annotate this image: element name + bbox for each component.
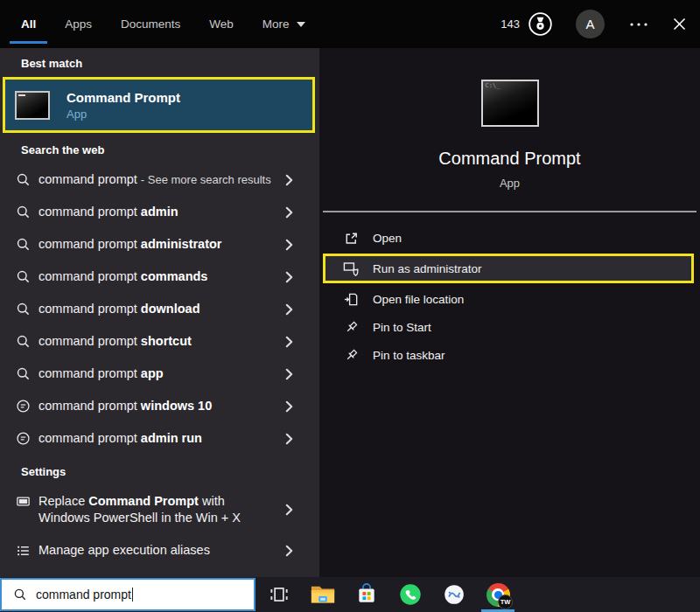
- suggestion-segment: administrator: [141, 237, 222, 251]
- suggestion-text: command prompt app: [38, 365, 164, 382]
- text-cursor: [132, 588, 133, 602]
- rewards-medal-icon[interactable]: [528, 11, 553, 37]
- suggestion-text: Replace Command Prompt with Windows Powe…: [38, 493, 279, 526]
- suggestion-segment: commands: [141, 269, 208, 283]
- topbar-actions: 143 A: [500, 10, 700, 38]
- display-icon: [16, 494, 31, 509]
- search-icon: [16, 237, 31, 252]
- file-explorer-icon[interactable]: [310, 577, 336, 612]
- chevron-right-icon[interactable]: [285, 400, 293, 413]
- search-suggestion-row[interactable]: command prompt app: [0, 358, 319, 390]
- action-run-as-administrator[interactable]: Run as administrator: [323, 254, 694, 283]
- suggestion-segment: admin run: [141, 431, 202, 445]
- suggestion-segment: app: [141, 366, 164, 380]
- search-filter-bar: AllAppsDocumentsWebMore 143 A: [0, 0, 700, 48]
- action-pin-to-start[interactable]: Pin to Start: [319, 313, 700, 341]
- action-open[interactable]: Open: [319, 224, 700, 252]
- tab-web[interactable]: Web: [209, 0, 234, 48]
- chrome-badge: TW: [498, 595, 513, 609]
- search-suggestion-row[interactable]: command prompt windows 10: [0, 390, 319, 422]
- suggestion-segment: Replace: [38, 494, 88, 508]
- shield-icon: [342, 260, 360, 277]
- search-suggestion-row[interactable]: command prompt shortcut: [0, 325, 319, 358]
- best-match-result[interactable]: Command Prompt App: [3, 77, 315, 133]
- suggestion-segment: command prompt: [38, 431, 141, 445]
- search-web-header: Search the web: [21, 143, 319, 156]
- suggestion-segment: command prompt: [38, 334, 141, 348]
- taskbar-search-box[interactable]: command prompt: [0, 578, 256, 611]
- suggestion-text: command prompt shortcut: [38, 333, 192, 350]
- search-suggestion-row[interactable]: command prompt download: [0, 293, 319, 325]
- taskbar: command prompt TW: [0, 577, 700, 612]
- suggestion-segment: windows 10: [141, 399, 212, 413]
- suggestion-text: command prompt commands: [38, 268, 207, 285]
- task-view-icon[interactable]: [266, 577, 292, 612]
- command-prompt-icon: [15, 91, 50, 120]
- search-icon: [16, 334, 31, 349]
- file-location-icon: [342, 290, 360, 308]
- suggestion-segment: command prompt: [38, 205, 141, 219]
- chevron-right-icon[interactable]: [285, 238, 293, 251]
- chevron-right-icon[interactable]: [285, 205, 293, 219]
- whatsapp-icon[interactable]: [397, 577, 424, 612]
- chat-icon: [16, 399, 31, 414]
- chevron-right-icon[interactable]: [285, 504, 293, 517]
- suggestion-segment: command prompt: [38, 302, 141, 316]
- command-prompt-glyph: C:\_: [486, 82, 500, 89]
- action-pin-to-taskbar[interactable]: Pin to taskbar: [319, 341, 700, 369]
- pin-icon: [342, 318, 360, 336]
- preview-subtitle: App: [500, 177, 520, 190]
- microsoft-store-icon[interactable]: [354, 577, 380, 612]
- chevron-right-icon[interactable]: [285, 544, 293, 557]
- close-icon[interactable]: [673, 17, 686, 31]
- best-match-title: Command Prompt: [66, 90, 180, 105]
- search-suggestion-row[interactable]: command prompt administrator: [0, 228, 319, 261]
- suggestion-segment: Command Prompt: [88, 494, 199, 508]
- best-match-subtitle: App: [66, 108, 180, 121]
- chevron-right-icon[interactable]: [285, 270, 293, 283]
- tab-apps[interactable]: Apps: [65, 0, 92, 48]
- best-match-text: Command Prompt App: [66, 90, 180, 121]
- tab-documents[interactable]: Documents: [121, 0, 180, 48]
- chevron-right-icon[interactable]: [285, 432, 293, 445]
- chat-icon: [16, 431, 31, 446]
- search-input[interactable]: command prompt: [36, 588, 131, 602]
- rewards-points: 143: [500, 17, 520, 31]
- settings-header: Settings: [21, 465, 319, 478]
- action-label: Open file location: [373, 293, 464, 306]
- action-label: Pin to taskbar: [373, 349, 445, 362]
- suggestion-text: command prompt admin run: [38, 430, 202, 447]
- chevron-right-icon[interactable]: [285, 367, 293, 380]
- search-results-panel: Best match Command Prompt App Search the…: [0, 48, 319, 577]
- options-menu-icon[interactable]: [629, 22, 648, 27]
- chevron-down-icon: [297, 22, 305, 27]
- tab-label: Documents: [121, 17, 180, 31]
- action-label: Pin to Start: [373, 321, 431, 334]
- wave-app-icon[interactable]: [441, 577, 467, 612]
- action-open-file-location[interactable]: Open file location: [319, 285, 700, 313]
- search-suggestion-row[interactable]: command prompt admin run: [0, 422, 319, 455]
- suggestion-segment: command prompt: [38, 237, 141, 251]
- search-suggestion-row[interactable]: command prompt admin: [0, 196, 319, 228]
- tab-all[interactable]: All: [21, 0, 36, 48]
- chrome-icon[interactable]: TW: [485, 577, 511, 612]
- chevron-right-icon[interactable]: [285, 173, 293, 186]
- settings-result-row[interactable]: Manage app execution aliases: [0, 534, 319, 567]
- settings-result-row[interactable]: Replace Command Prompt with Windows Powe…: [0, 485, 319, 534]
- tab-label: Apps: [65, 17, 92, 31]
- suggestion-text: command prompt windows 10: [38, 398, 212, 414]
- search-suggestion-row[interactable]: command prompt - See more search results: [0, 163, 319, 196]
- open-icon: [342, 229, 360, 247]
- divider: [323, 211, 696, 212]
- search-icon: [16, 172, 31, 187]
- chevron-right-icon[interactable]: [285, 335, 293, 348]
- action-label: Run as administrator: [373, 262, 482, 275]
- chevron-right-icon[interactable]: [285, 303, 293, 316]
- suggestion-segment: shortcut: [141, 334, 192, 348]
- suggestion-text: command prompt download: [38, 301, 200, 317]
- tab-more[interactable]: More: [262, 0, 305, 48]
- search-suggestion-row[interactable]: command prompt commands: [0, 261, 319, 293]
- search-icon: [16, 302, 31, 316]
- account-avatar[interactable]: A: [576, 10, 605, 38]
- preview-actions: OpenRun as administratorOpen file locati…: [319, 224, 700, 369]
